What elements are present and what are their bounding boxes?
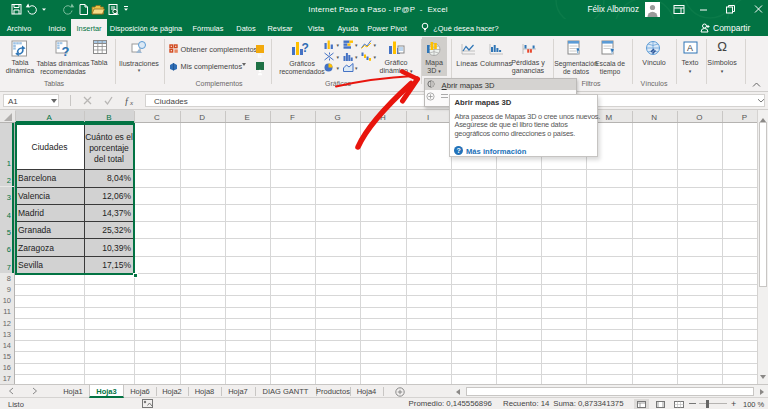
svg-text:x: x [129, 99, 134, 106]
svg-text:A: A [687, 43, 693, 53]
svg-text:?: ? [62, 44, 70, 58]
svg-text:f: f [125, 96, 129, 106]
svg-text:b: b [257, 51, 261, 58]
svg-text:?: ? [457, 147, 461, 154]
svg-text:?: ? [302, 41, 309, 55]
